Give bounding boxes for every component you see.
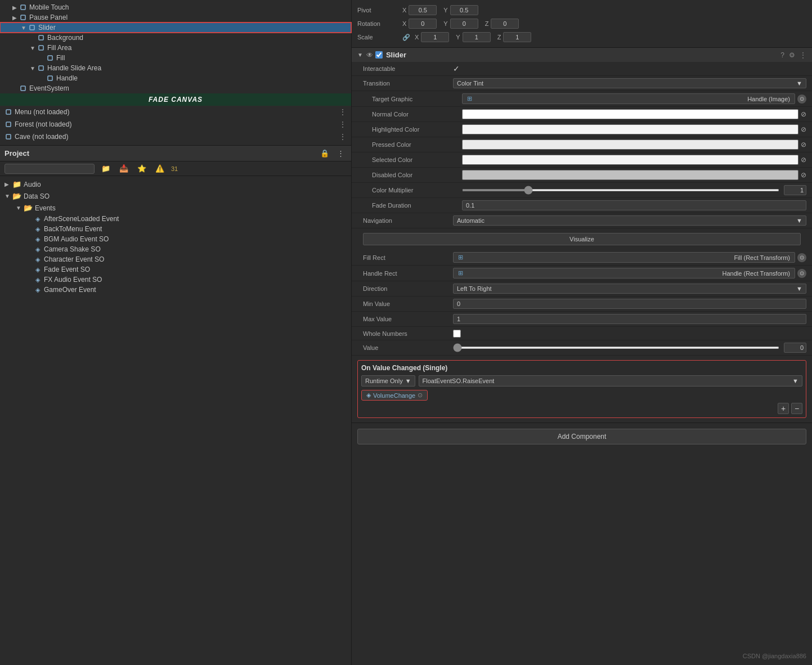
scale-y-input[interactable] (463, 32, 491, 42)
color-multiplier-number[interactable] (784, 185, 806, 195)
folder-item-audio[interactable]: ▶ 📁 Audio (0, 178, 351, 190)
target-graphic-select-btn[interactable]: ⊙ (797, 95, 806, 104)
hierarchy-item-eventsystem[interactable]: ▶ EventSystem (0, 83, 351, 93)
warning-button[interactable]: ⚠️ (153, 163, 167, 174)
function-dropdown[interactable]: FloatEventSO.RaiseEvent ▼ (419, 375, 802, 387)
fade-duration-input[interactable] (462, 200, 806, 210)
hierarchy-item-label: Mobile Touch (29, 3, 69, 11)
asset-item-character-event[interactable]: ◈ Character Event SO (0, 254, 351, 264)
pivot-x-input[interactable] (409, 5, 437, 15)
menu-dots-icon[interactable]: ⋮ (339, 107, 347, 116)
runtime-only-dropdown[interactable]: Runtime Only ▼ (361, 375, 415, 387)
selected-color-swatch[interactable] (462, 155, 798, 165)
import-button[interactable]: 📥 (117, 163, 131, 174)
whole-numbers-checkbox[interactable] (453, 330, 461, 338)
disabled-color-eyedropper[interactable]: ⊘ (801, 171, 806, 179)
rotation-z-input[interactable] (491, 19, 519, 29)
scale-z-input[interactable] (503, 32, 531, 42)
asset-icon: ◈ (34, 245, 42, 253)
transition-dropdown[interactable]: Color Tint ▼ (453, 78, 806, 88)
direction-dropdown[interactable]: Left To Right ▼ (453, 284, 806, 294)
highlighted-color-swatch[interactable] (462, 124, 798, 134)
handle-rect-field[interactable]: ⊞ Handle (Rect Transform) (453, 268, 795, 278)
watermark: CSDN @jiangdaxia886 (743, 653, 806, 659)
x-axis-label: X (402, 20, 406, 27)
fill-rect-field[interactable]: ⊞ Fill (Rect Transform) (453, 252, 795, 263)
hierarchy-item-slider[interactable]: ▼ Slider (0, 23, 351, 33)
fill-rect-select-btn[interactable]: ⊙ (797, 253, 806, 262)
scale-x-input[interactable] (421, 32, 449, 42)
target-graphic-field[interactable]: ⊞ Handle (Image) (462, 93, 795, 104)
normal-color-eyedropper[interactable]: ⊘ (801, 110, 806, 118)
create-button[interactable]: 📁 (99, 163, 113, 174)
more-icon[interactable]: ⋮ (800, 51, 806, 59)
handle-rect-label: Handle Rect (363, 270, 453, 277)
asset-item-gameover-event[interactable]: ◈ GameOver Event (0, 285, 351, 295)
project-search-input[interactable] (5, 164, 95, 174)
volume-change-object[interactable]: ◈ VolumeChange ⊙ (361, 390, 428, 401)
value-slider[interactable] (453, 347, 779, 349)
pivot-x-field: X (402, 5, 437, 15)
normal-color-swatch[interactable] (462, 109, 798, 119)
x-axis-label: X (402, 7, 406, 14)
more-options-button[interactable]: ⋮ (335, 148, 347, 159)
asset-item-fx-audio[interactable]: ◈ FX Audio Event SO (0, 275, 351, 285)
value-number-input[interactable] (784, 343, 806, 353)
eye-icon: 👁 (366, 51, 373, 59)
hierarchy-item-pause-panel[interactable]: ▶ Pause Panel (0, 12, 351, 23)
hierarchy-item-background[interactable]: ▶ Background (0, 33, 351, 43)
asset-item-back-to-menu[interactable]: ◈ BackToMenu Event (0, 224, 351, 234)
settings-icon[interactable]: ⚙ (789, 51, 795, 59)
pressed-color-swatch[interactable] (462, 140, 798, 150)
pressed-color-eyedropper[interactable]: ⊘ (801, 141, 806, 149)
event-remove-button[interactable]: − (791, 403, 802, 414)
disabled-color-swatch[interactable] (462, 170, 798, 180)
asset-item-camera-shake[interactable]: ◈ Camera Shake SO (0, 244, 351, 254)
folder-item-data-so[interactable]: ▼ 📂 Data SO (0, 190, 351, 202)
folder-item-events[interactable]: ▼ 📂 Events (0, 202, 351, 214)
slider-component-header[interactable]: ▼ 👁 Slider ? ⚙ ⋮ (352, 48, 812, 62)
scale-row: Scale 🔗 X Y Z (357, 30, 806, 44)
hierarchy-item-fill-area[interactable]: ▼ Fill Area (0, 43, 351, 53)
asset-label: BackToMenu Event (44, 225, 102, 233)
highlighted-color-eyedropper[interactable]: ⊘ (801, 125, 806, 133)
color-multiplier-slider[interactable] (462, 189, 779, 191)
scale-lock-icon: 🔗 (402, 34, 410, 41)
asset-item-after-scene-loaded[interactable]: ◈ AfterSceneLoaded Event (0, 214, 351, 224)
add-component-button[interactable]: Add Component (357, 429, 806, 444)
asset-label: GameOver Event (44, 286, 96, 294)
target-graphic-value: ⊞ Handle (Image) ⊙ (462, 93, 806, 104)
hierarchy-item-handle[interactable]: ▶ Handle (0, 73, 351, 83)
hierarchy-item-handle-slide-area[interactable]: ▼ Handle Slide Area (0, 63, 351, 73)
selected-color-eyedropper[interactable]: ⊘ (801, 156, 806, 164)
rotation-y-input[interactable] (450, 19, 478, 29)
asset-icon: ◈ (34, 286, 42, 294)
z-axis-label: Z (485, 20, 489, 27)
slider-enabled-checkbox[interactable] (375, 51, 383, 59)
scene-item-menu[interactable]: Menu (not loaded) ⋮ (0, 106, 351, 118)
scene-item-cave[interactable]: Cave (not loaded) ⋮ (0, 131, 351, 143)
event-add-button[interactable]: + (778, 403, 789, 414)
hierarchy-item-fill[interactable]: ▶ Fill (0, 53, 351, 63)
min-value-input[interactable] (453, 299, 806, 309)
asset-icon: ◈ (34, 255, 42, 263)
pivot-y-input[interactable] (450, 5, 478, 15)
navigation-dropdown[interactable]: Automatic ▼ (453, 215, 806, 226)
scene-item-forest[interactable]: Forest (not loaded) ⋮ (0, 118, 351, 131)
asset-item-fade-event[interactable]: ◈ Fade Event SO (0, 264, 351, 275)
help-icon[interactable]: ? (780, 51, 784, 59)
svg-rect-11 (6, 134, 11, 139)
rotation-x-input[interactable] (409, 19, 437, 29)
handle-rect-select-btn[interactable]: ⊙ (797, 269, 806, 278)
color-multiplier-label: Color Multiplier (372, 187, 462, 194)
favorite-button[interactable]: ⭐ (135, 163, 149, 174)
hierarchy-item-mobile-touch[interactable]: ▶ Mobile Touch (0, 2, 351, 12)
asset-item-bgm-audio[interactable]: ◈ BGM Audio Event SO (0, 234, 351, 244)
whole-numbers-value (453, 330, 806, 338)
max-value-input[interactable] (453, 314, 806, 324)
menu-dots-icon[interactable]: ⋮ (339, 132, 347, 141)
disabled-color-value: ⊘ (462, 170, 806, 180)
menu-dots-icon[interactable]: ⋮ (339, 120, 347, 129)
lock-button[interactable]: 🔒 (318, 148, 331, 159)
visualize-button[interactable]: Visualize (363, 233, 801, 245)
